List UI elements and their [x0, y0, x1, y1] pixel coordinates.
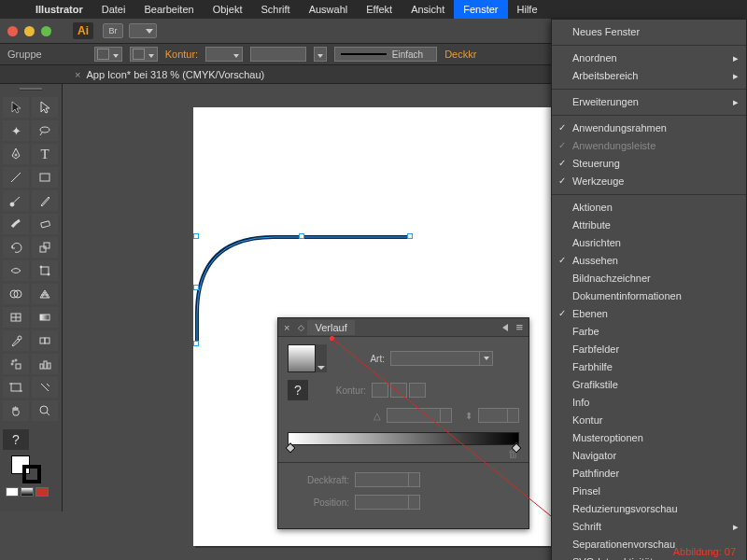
stroke-label[interactable]: Kontur: [165, 49, 198, 60]
menu-fenster[interactable]: Fenster [454, 0, 507, 19]
lasso-tool[interactable] [32, 120, 58, 141]
menu-item-ebenen[interactable]: Ebenen [552, 305, 746, 323]
menu-item-anwendungsrahmen[interactable]: Anwendungsrahmen [552, 119, 746, 137]
unknown-tool[interactable]: ? [3, 429, 29, 450]
color-mode-none[interactable] [35, 487, 49, 497]
menu-item-anordnen[interactable]: Anordnen [552, 49, 746, 67]
gradient-slider[interactable] [288, 432, 519, 445]
unknown-button[interactable]: ? [288, 380, 308, 400]
menu-datei[interactable]: Datei [92, 0, 135, 19]
selection-handle[interactable] [299, 233, 304, 239]
menu-item-kontur[interactable]: Kontur [552, 412, 746, 429]
blob-brush-tool[interactable] [3, 214, 29, 234]
menu-item-aussehen[interactable]: Aussehen [552, 252, 746, 270]
brush-definition-dropdown[interactable] [250, 47, 306, 62]
stop-opacity-field[interactable] [355, 472, 420, 487]
line-tool[interactable] [3, 167, 29, 188]
magic-wand-tool[interactable]: ✦ [3, 120, 29, 141]
color-mode-color[interactable] [6, 487, 19, 497]
fill-stroke-control[interactable] [7, 455, 54, 483]
stroke-across-button[interactable] [409, 383, 426, 398]
menu-effekt[interactable]: Effekt [357, 0, 402, 19]
stroke-along-button[interactable] [390, 383, 407, 398]
menu-item-grafikstile[interactable]: Grafikstile [552, 376, 746, 394]
rectangle-tool[interactable] [32, 167, 58, 188]
gradient-aspect-field[interactable] [478, 408, 519, 423]
menu-item-ausrichten[interactable]: Ausrichten [552, 234, 746, 252]
gradient-thumbnail[interactable] [288, 344, 316, 372]
menu-item-steuerung[interactable]: Steuerung [552, 155, 746, 173]
menu-item-musteroptionen[interactable]: Musteroptionen [552, 429, 746, 447]
opacity-label[interactable]: Deckkr [444, 49, 476, 60]
shape-builder-tool[interactable] [3, 284, 29, 304]
mesh-tool[interactable] [3, 307, 29, 328]
menu-schrift[interactable]: Schrift [251, 0, 299, 19]
selection-handle[interactable] [193, 233, 199, 239]
free-transform-tool[interactable] [32, 260, 58, 281]
variable-width-profile-dropdown[interactable]: Einfach [334, 47, 437, 62]
menu-item-dokumentinformationen[interactable]: Dokumentinformationen [552, 287, 746, 305]
type-tool[interactable]: T [32, 144, 58, 164]
menu-item-farbhilfe[interactable]: Farbhilfe [552, 358, 746, 376]
eraser-tool[interactable] [32, 214, 58, 234]
gradient-angle-field[interactable] [387, 408, 452, 423]
document-close-button[interactable]: × [75, 69, 80, 80]
menu-item-reduzierungsvorschau[interactable]: Reduzierungsvorschau [552, 500, 746, 518]
menu-illustrator[interactable]: Illustrator [26, 0, 92, 19]
gradient-preset-dropdown[interactable] [316, 344, 327, 372]
fill-swatch-dropdown[interactable] [94, 47, 122, 62]
menu-item-arbeitsbereich[interactable]: Arbeitsbereich [552, 67, 746, 85]
stroke-within-button[interactable] [372, 383, 388, 398]
direct-selection-tool[interactable] [32, 97, 58, 118]
panel-tab-bar[interactable]: × ◇ Verlauf ≡ [278, 318, 529, 337]
pencil-tool[interactable] [32, 190, 58, 211]
menu-item-attribute[interactable]: Attribute [552, 217, 746, 234]
menu-item-schrift[interactable]: Schrift [552, 518, 746, 536]
menu-item-navigator[interactable]: Navigator [552, 447, 746, 465]
menu-hilfe[interactable]: Hilfe [508, 0, 547, 19]
gradient-type-dropdown[interactable] [390, 351, 493, 366]
brush-definition-caret[interactable] [314, 47, 327, 62]
menu-auswahl[interactable]: Auswahl [300, 0, 358, 19]
stroke-weight-field[interactable] [205, 47, 243, 62]
rotate-tool[interactable] [3, 237, 29, 258]
stroke-color-box[interactable] [22, 465, 41, 483]
symbol-sprayer-tool[interactable] [3, 354, 29, 374]
gradient-stop[interactable] [285, 442, 295, 453]
selection-tool[interactable] [3, 97, 29, 118]
menu-item-neues-fenster[interactable]: Neues Fenster [552, 23, 746, 41]
document-tab-title[interactable]: App Icon* bei 318 % (CMYK/Vorschau) [86, 69, 264, 80]
panel-collapse-arrow[interactable] [502, 324, 508, 331]
menu-objekt[interactable]: Objekt [204, 0, 252, 19]
hand-tool[interactable] [3, 400, 29, 421]
color-mode-gradient[interactable] [21, 487, 34, 497]
width-tool[interactable] [3, 260, 29, 281]
menu-item-farbfelder[interactable]: Farbfelder [552, 341, 746, 358]
stop-position-field[interactable] [355, 495, 420, 510]
slice-tool[interactable] [32, 377, 58, 398]
menu-bearbeiten[interactable]: Bearbeiten [134, 0, 203, 19]
window-minimize-traffic-light[interactable] [24, 26, 35, 36]
bridge-button[interactable]: Br [103, 23, 123, 38]
panel-grip[interactable] [3, 88, 59, 95]
selection-handle[interactable] [193, 285, 199, 290]
eyedropper-tool[interactable] [3, 330, 29, 351]
menu-item-farbe[interactable]: Farbe [552, 323, 746, 341]
panel-menu-button[interactable]: ≡ [515, 320, 523, 334]
selection-handle[interactable] [193, 341, 199, 346]
gradient-tool[interactable] [32, 307, 58, 328]
menu-ansicht[interactable]: Ansicht [402, 0, 454, 19]
panel-tab-label[interactable]: Verlauf [307, 320, 354, 335]
artboard-tool[interactable] [3, 377, 29, 398]
collapse-icon[interactable]: ◇ [298, 323, 304, 332]
menu-item-pathfinder[interactable]: Pathfinder [552, 465, 746, 483]
blend-tool[interactable] [32, 330, 58, 351]
scale-tool[interactable] [32, 237, 58, 258]
menu-item-aktionen[interactable]: Aktionen [552, 199, 746, 217]
arrange-documents-button[interactable] [129, 23, 157, 38]
selection-handle[interactable] [407, 233, 413, 239]
window-zoom-traffic-light[interactable] [41, 26, 51, 36]
menu-item-werkzeuge[interactable]: Werkzeuge [552, 173, 746, 190]
zoom-tool[interactable] [32, 400, 58, 421]
menu-item-erweiterungen[interactable]: Erweiterungen [552, 93, 746, 111]
